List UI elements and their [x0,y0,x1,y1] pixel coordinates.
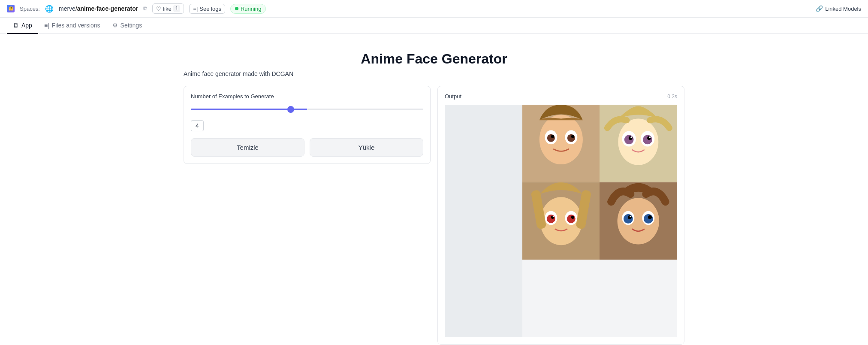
svg-point-25 [571,215,574,218]
input-panel: Number of Examples to Generate 4 Temizle… [184,86,431,164]
copy-icon[interactable]: ⧉ [143,5,147,12]
gallery-cell-4 [445,182,522,260]
anime-face-5 [522,182,600,260]
svg-point-12 [624,135,634,144]
app-description: Anime face generator made with DCGAN [184,70,684,77]
output-label: Output [445,93,461,100]
heart-icon: ♡ [156,6,161,12]
svg-point-5 [567,134,575,142]
app-tab-icon: 🖥 [13,22,19,29]
svg-point-4 [547,134,555,142]
slider-container [191,105,423,112]
slider-label: Number of Examples to Generate [191,93,423,100]
main-content: Anime Face Generator Anime face generato… [177,34,691,345]
anime-face-6 [600,182,677,260]
gallery-cell-2 [522,105,600,182]
logs-icon: ≡| [193,6,198,12]
svg-point-17 [649,136,651,138]
files-tab-icon: ≡| [44,22,49,29]
files-tab-label: Files and versions [52,22,100,29]
slider-value: 4 [191,120,204,131]
repo-name[interactable]: anime-face-generator [77,5,138,12]
output-gallery [445,105,677,337]
svg-point-6 [551,135,554,138]
submit-button[interactable]: Yükle [310,138,423,157]
anime-face-3 [600,105,677,182]
clear-button[interactable]: Temizle [191,138,304,157]
app-title: Anime Face Generator [184,51,684,67]
svg-point-36 [648,215,652,219]
repo-path: merve/anime-face-generator [59,5,138,12]
spaces-label: Spaces: [20,6,40,12]
app-tab-label: App [21,22,32,29]
svg-point-33 [624,214,633,224]
tab-app[interactable]: 🖥 App [7,18,38,34]
svg-point-13 [643,135,653,144]
see-logs-button[interactable]: ≡| See logs [189,4,225,14]
globe-icon: 🌐 [45,5,54,13]
linked-models-button[interactable]: 🔗 Linked Models [816,5,861,12]
spaces-icon: 🤗 [7,5,15,12]
output-panel: Output 0.2s [437,86,684,345]
examples-slider[interactable] [191,109,423,110]
button-row: Temizle Yükle [191,138,423,157]
tab-files[interactable]: ≡| Files and versions [38,18,106,34]
settings-tab-icon: ⚙ [112,22,118,29]
nav-tabs: 🖥 App ≡| Files and versions ⚙ Settings [0,18,868,34]
running-label: Running [241,6,261,12]
tab-settings[interactable]: ⚙ Settings [106,18,148,34]
svg-point-26 [552,216,554,217]
anime-face-2 [522,105,600,182]
svg-point-16 [631,136,633,138]
svg-point-37 [630,215,632,217]
model-icon: 🔗 [816,5,823,12]
app-layout: Number of Examples to Generate 4 Temizle… [184,86,684,345]
like-label: like [163,6,172,12]
gallery-cell-5 [522,182,600,260]
like-button[interactable]: ♡ like 1 [152,3,184,14]
svg-point-23 [567,215,576,223]
running-badge: Running [230,4,266,14]
svg-point-34 [644,214,653,224]
settings-tab-label: Settings [121,22,142,29]
see-logs-label: See logs [199,6,221,12]
gallery-cell-3 [600,105,677,182]
gallery-cell-1 [445,105,522,182]
output-time: 0.2s [667,94,677,100]
svg-point-14 [629,136,633,140]
svg-point-22 [547,215,555,223]
gallery-cell-6 [600,182,677,260]
svg-point-7 [571,135,574,138]
output-header: Output 0.2s [445,93,677,100]
svg-point-15 [647,136,651,140]
repo-owner[interactable]: merve [59,5,75,12]
svg-point-35 [628,215,632,219]
gallery-cell-7 [445,260,522,337]
running-dot [235,7,238,10]
topbar: 🤗 Spaces: 🌐 merve/anime-face-generator ⧉… [0,0,868,18]
linked-models-label: Linked Models [825,6,861,12]
like-count: 1 [173,5,181,12]
